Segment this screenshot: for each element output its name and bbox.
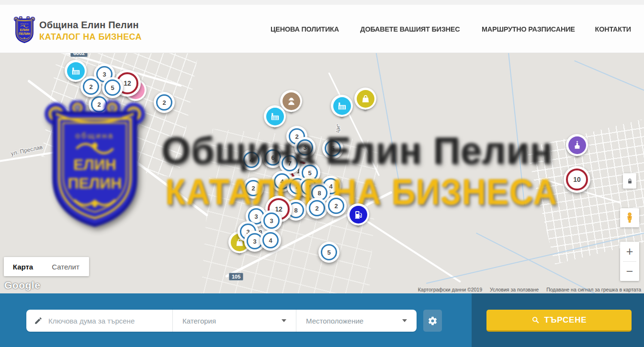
keyword-field[interactable] xyxy=(26,310,172,332)
svg-text:ПЕЛИН: ПЕЛИН xyxy=(19,32,30,35)
map-type-map-button[interactable]: Карта xyxy=(4,257,42,276)
chevron-down-icon xyxy=(402,319,407,322)
map-cluster[interactable]: 5 xyxy=(102,77,123,98)
pencil-icon xyxy=(34,316,43,325)
zoom-out-button[interactable]: − xyxy=(620,262,639,281)
map-cluster[interactable]: 2 xyxy=(154,92,175,113)
pegman-icon xyxy=(623,212,636,224)
map-pin-church[interactable] xyxy=(566,134,588,156)
map-cluster[interactable]: 2 xyxy=(306,198,328,219)
category-label: Категория xyxy=(182,317,216,325)
top-strip xyxy=(0,0,644,5)
main-nav: ЦЕНОВА ПОЛИТИКАДОБАВЕТЕ ВАШИЯТ БИЗНЕСМАР… xyxy=(269,5,632,53)
search-fields: Категория Местоположение xyxy=(26,310,417,332)
lock-icon xyxy=(626,178,633,185)
page-title: Община Елин Пелин xyxy=(39,20,142,31)
map-pin-factory[interactable] xyxy=(264,105,286,127)
search-icon xyxy=(531,316,540,324)
road-badge: 105 xyxy=(229,273,243,280)
location-select[interactable]: Местоположение xyxy=(296,310,417,332)
keyword-input[interactable] xyxy=(48,317,172,325)
settings-button[interactable] xyxy=(423,310,442,332)
gear-icon xyxy=(428,316,438,326)
watermark-crest: община ЕЛИН ПЕЛИН xyxy=(41,101,149,235)
site-logo[interactable]: община ЕЛИН ПЕЛИН Община Елин Пелин КАТА… xyxy=(13,16,142,45)
chevron-down-icon xyxy=(282,319,286,322)
map-attribution: Картографски данни ©2019Условия за ползв… xyxy=(418,287,641,292)
search-bar: Категория Местоположение ТЪРСЕНЕ xyxy=(0,293,644,347)
map-type-satellite-button[interactable]: Сателит xyxy=(42,257,89,276)
header: община ЕЛИН ПЕЛИН Община Елин Пелин КАТА… xyxy=(0,5,644,53)
nav-item[interactable]: ДОБАВЕТЕ ВАШИЯТ БИЗНЕС xyxy=(360,25,460,33)
lock-button[interactable] xyxy=(623,173,636,189)
zoom-in-button[interactable]: + xyxy=(620,242,639,261)
boundary-line xyxy=(574,60,644,101)
road-badge: 6002 xyxy=(70,53,88,57)
nav-item[interactable]: ЦЕНОВА ПОЛИТИКА xyxy=(271,25,339,33)
nav-item[interactable]: КОНТАКТИ xyxy=(595,25,631,33)
map-cluster[interactable]: 4 xyxy=(260,230,281,251)
attribution-item: Картографски данни ©2019 xyxy=(418,287,482,292)
map-cluster[interactable]: 2 xyxy=(326,195,347,216)
search-button-label: ТЪРСЕНЕ xyxy=(544,315,587,325)
search-button[interactable]: ТЪРСЕНЕ xyxy=(486,310,632,332)
municipality-crest-icon: община ЕЛИН ПЕЛИН xyxy=(13,16,35,45)
svg-text:община: община xyxy=(20,23,29,25)
nav-item[interactable]: МАРШРУТНО РАЗПИСАНИЕ xyxy=(482,25,575,33)
pegman-button[interactable] xyxy=(620,208,639,227)
svg-text:ЕЛИН: ЕЛИН xyxy=(20,28,29,32)
map-cluster[interactable]: 5 xyxy=(318,242,339,263)
category-select[interactable]: Категория xyxy=(173,310,296,332)
map-pin-factory[interactable] xyxy=(331,95,353,117)
attribution-item[interactable]: Подаване на сигнал за грешка в картата xyxy=(546,287,641,292)
map-pin-fuel[interactable] xyxy=(347,203,369,225)
map-type-control: Карта Сателит xyxy=(4,257,89,276)
map[interactable]: 2123252235136475427482881222333345106002… xyxy=(0,53,644,293)
location-label: Местоположение xyxy=(306,317,363,325)
map-cluster[interactable]: 10 xyxy=(564,166,590,193)
page-subtitle: КАТАЛОГ НА БИЗНЕСА xyxy=(39,32,142,42)
svg-text:община: община xyxy=(75,131,114,140)
svg-text:ПЕЛИН: ПЕЛИН xyxy=(68,175,122,192)
zoom-control: + − xyxy=(620,242,639,281)
attribution-item[interactable]: Условия за ползване xyxy=(490,287,539,292)
google-logo[interactable]: Google xyxy=(4,280,40,291)
svg-text:ЕЛИН: ЕЛИН xyxy=(73,156,116,173)
map-cluster[interactable]: 3 xyxy=(261,210,282,231)
watermark-title: Община Елин Пелин xyxy=(161,129,553,173)
map-cluster[interactable]: 2 xyxy=(80,76,102,97)
map-pin-bag[interactable] xyxy=(354,88,376,110)
